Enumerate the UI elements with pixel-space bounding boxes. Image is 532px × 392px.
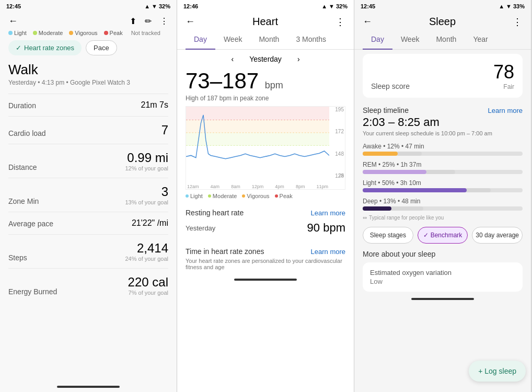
energy-label: Energy Burned xyxy=(8,287,57,296)
home-indicator-2 xyxy=(234,279,297,281)
chart-y-labels: 195 172 148 128 xyxy=(335,107,344,179)
more-icon[interactable]: ⋮ xyxy=(160,16,168,26)
steps-sub: 24% of your goal xyxy=(125,256,168,262)
sleep-more-icon[interactable]: ⋮ xyxy=(513,16,523,28)
next-date-icon[interactable]: › xyxy=(297,55,300,63)
activity-subtitle: Yesterday • 4:13 pm • Google Pixel Watch… xyxy=(8,79,168,86)
stage-awake-typical xyxy=(398,152,422,156)
heart-more-icon[interactable]: ⋮ xyxy=(336,16,345,28)
hz-peak-dot xyxy=(275,194,278,198)
status-icons-2: ▲ ▼ 32% xyxy=(321,3,348,9)
log-sleep-button[interactable]: + Log sleep xyxy=(469,361,526,382)
tab-month[interactable]: Month xyxy=(250,30,287,50)
heart-range-value: 73–187 bpm xyxy=(177,68,354,95)
battery-1: 32% xyxy=(159,3,170,9)
sleep-stages-button[interactable]: Sleep stages xyxy=(363,227,413,244)
duration-label: Duration xyxy=(8,101,36,110)
hz-vigorous-label: Vigorous xyxy=(247,193,269,199)
date-nav: ‹ Yesterday › xyxy=(177,50,354,68)
30day-button[interactable]: 30 day average xyxy=(472,227,523,244)
heart-header: ← Heart ⋮ xyxy=(177,11,354,30)
distance-value: 0.99 mi xyxy=(125,151,168,165)
time-3: 12:45 xyxy=(361,3,375,9)
sleep-score-num: 78 xyxy=(493,61,514,83)
stage-light: Light • 50% • 3h 10m xyxy=(354,177,531,195)
energy-sub: 7% of your goal xyxy=(128,290,168,296)
prev-date-icon[interactable]: ‹ xyxy=(231,55,234,63)
heart-tabs: Day Week Month 3 Months xyxy=(177,30,354,50)
benchmark-check-icon: ✓ xyxy=(423,232,429,239)
tab-day[interactable]: Day xyxy=(186,30,215,50)
resting-hr-section: Resting heart rate Learn more xyxy=(177,202,354,219)
moderate-dot xyxy=(33,31,37,35)
signal-icon: ▲ xyxy=(144,3,150,9)
sleep-score-right: 78 Fair xyxy=(493,61,514,90)
sleep-score-card: Sleep score 78 Fair xyxy=(363,54,523,98)
avg-pace-value: 21'22" /mi xyxy=(132,218,168,228)
yesterday-label: Yesterday xyxy=(186,224,215,232)
stage-deep-label: Deep • 13% • 48 min xyxy=(363,198,523,205)
walk-toolbar: ← ⬆ ✏ ⋮ xyxy=(8,11,168,30)
chart-x-labels: 12am 4am 8am 12pm 4pm 8pm 11pm xyxy=(186,184,329,189)
steps-value: 2,414 xyxy=(125,241,168,256)
30day-label: 30 day average xyxy=(476,232,519,239)
log-sleep-label: + Log sleep xyxy=(478,367,516,375)
sleep-timeline-title: Sleep timeline xyxy=(363,106,409,114)
legend-peak: Peak xyxy=(104,30,123,36)
heart-back-icon[interactable]: ← xyxy=(186,16,195,27)
stage-rem-label: REM • 25% • 1h 37m xyxy=(363,161,523,168)
sleep-tab-week[interactable]: Week xyxy=(392,30,428,50)
learn-more-1[interactable]: Learn more xyxy=(311,209,345,217)
benchmark-button[interactable]: ✓ Benchmark xyxy=(418,227,468,244)
home-indicator-1 xyxy=(57,386,120,388)
sleep-header: ← Sleep ⋮ xyxy=(354,11,531,30)
tab-week[interactable]: Week xyxy=(215,30,251,50)
x-12pm: 12pm xyxy=(252,184,264,189)
edit-icon[interactable]: ✏ xyxy=(145,16,152,26)
pace-button[interactable]: Pace xyxy=(86,40,117,55)
stat-duration: Duration 21m 7s xyxy=(8,94,168,116)
typical-note: ⇔ Typical range for people like you xyxy=(354,214,531,224)
estimated-oxygen-card: Estimated oxygen variation Low xyxy=(363,262,523,292)
time-in-zones-section: Time in heart rate zones Learn more xyxy=(177,241,354,258)
sleep-tab-month[interactable]: Month xyxy=(427,30,465,50)
stat-cardio: Cardio load 7 xyxy=(8,116,168,144)
learn-more-2[interactable]: Learn more xyxy=(311,248,345,256)
time-in-zones-label: Time in heart rate zones xyxy=(186,247,264,256)
typical-range-icon: ⇔ xyxy=(363,215,367,221)
x-12am: 12am xyxy=(187,184,199,189)
estimated-oxygen-label: Estimated oxygen variation xyxy=(370,269,515,276)
sleep-tab-year[interactable]: Year xyxy=(465,30,496,50)
x-8am: 8am xyxy=(231,184,240,189)
sleep-back-icon[interactable]: ← xyxy=(363,16,372,27)
zones-note: Your heart rate zones are personalized t… xyxy=(177,258,354,274)
zone-legend: Light Moderate Vigorous Peak Not tracked xyxy=(8,30,168,36)
stage-awake: Awake • 12% • 47 min xyxy=(354,141,531,159)
activity-title: Walk xyxy=(8,62,168,78)
status-bar-1: 12:45 ▲ ▼ 32% xyxy=(0,0,177,11)
legend-vigorous: Vigorous xyxy=(69,30,97,36)
sleep-tab-day[interactable]: Day xyxy=(363,30,392,50)
sleep-timeline-header: Sleep timeline Learn more xyxy=(354,102,531,116)
heart-rate-zones-label: Heart rate zones xyxy=(24,44,74,52)
legend-moderate: Moderate xyxy=(33,30,63,36)
zone-min-label: Zone Min xyxy=(8,197,39,205)
cardio-label: Cardio load xyxy=(8,129,46,137)
time-2: 12:46 xyxy=(183,3,198,9)
wifi-icon: ▼ xyxy=(152,3,157,9)
panel-sleep: 12:45 ▲ ▼ 33% ← Sleep ⋮ Day Week Month Y… xyxy=(354,0,531,392)
tab-3months[interactable]: 3 Months xyxy=(287,30,334,50)
share-icon[interactable]: ⬆ xyxy=(130,16,136,26)
hr-zone-legend: Light Moderate Vigorous Peak xyxy=(177,190,354,202)
status-icons-3: ▲ ▼ 33% xyxy=(499,3,525,9)
hz-moderate-dot xyxy=(208,194,211,198)
legend-vigorous-label: Vigorous xyxy=(75,30,97,36)
heart-rate-zones-button[interactable]: ✓ Heart rate zones xyxy=(8,40,82,55)
legend-moderate-label: Moderate xyxy=(39,30,63,36)
stage-rem-bar xyxy=(363,170,523,174)
signal-icon-3: ▲ xyxy=(499,3,504,9)
sleep-schedule: Your current sleep schedule is 10:00 pm … xyxy=(354,130,531,141)
sleep-learn-more[interactable]: Learn more xyxy=(488,107,523,114)
stats-list: Duration 21m 7s Cardio load 7 Distance 0… xyxy=(8,94,168,302)
back-icon[interactable]: ← xyxy=(8,16,18,27)
